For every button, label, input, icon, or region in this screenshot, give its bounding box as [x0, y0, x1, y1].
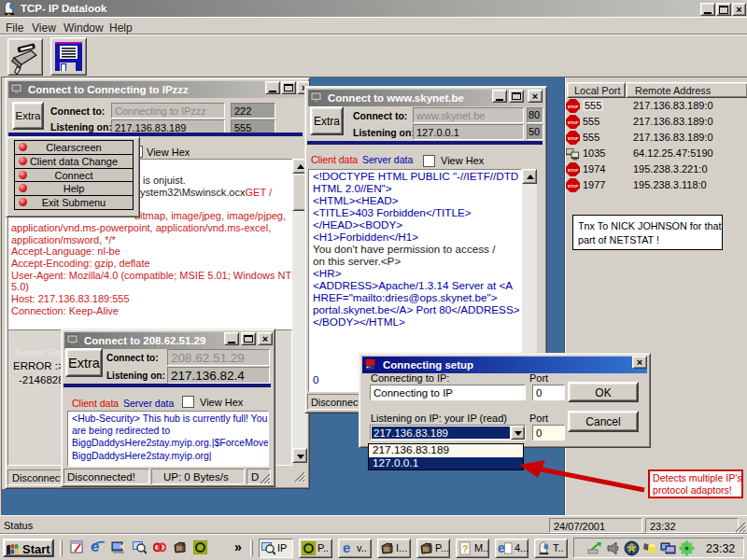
svg-text:STOP: STOP: [568, 105, 579, 109]
svg-text:STOP: STOP: [568, 168, 579, 173]
svg-text:STOP: STOP: [568, 184, 579, 189]
svg-text:e: e: [498, 540, 505, 555]
svg-text:e: e: [343, 540, 350, 555]
svg-text:?: ?: [462, 543, 469, 554]
svg-text:STOP: STOP: [568, 136, 579, 141]
svg-text:STOP: STOP: [568, 120, 579, 125]
